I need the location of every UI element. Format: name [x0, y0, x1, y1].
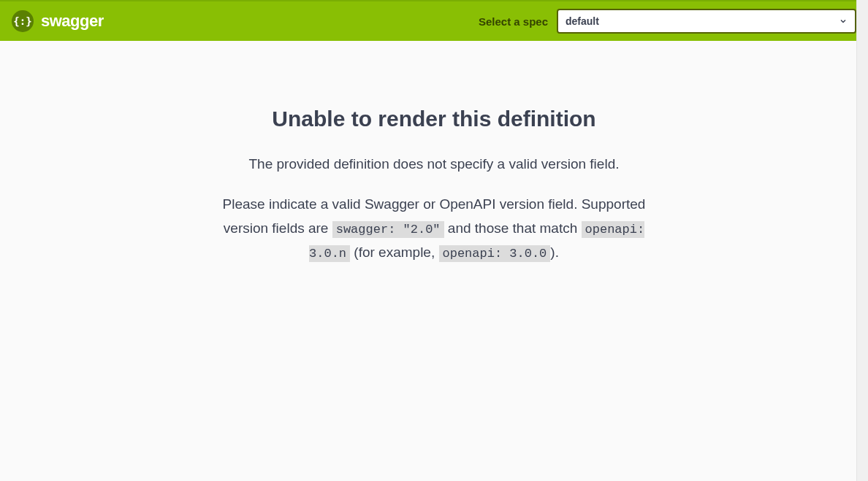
error-text-part3: (for example, [350, 245, 438, 260]
error-description-1: The provided definition does not specify… [98, 153, 770, 175]
code-openapi-example: openapi: 3.0.0 [439, 245, 551, 262]
error-text-part2: and those that match [444, 220, 582, 236]
spec-selector-label: Select a spec [479, 15, 548, 28]
topbar: {:} swagger Select a spec default [0, 0, 868, 41]
spec-select[interactable]: default [557, 9, 856, 34]
logo[interactable]: {:} swagger [12, 10, 104, 32]
error-heading: Unable to render this definition [98, 107, 770, 131]
scrollbar-track[interactable] [856, 0, 868, 481]
main-content: Unable to render this definition The pro… [83, 41, 785, 279]
brand-text: swagger [41, 12, 104, 31]
spec-selector: Select a spec default [479, 9, 856, 34]
error-description-2: Please indicate a valid Swagger or OpenA… [200, 193, 668, 264]
error-text-part4: ). [550, 245, 559, 260]
spec-select-wrap: default [557, 9, 856, 34]
swagger-logo-icon: {:} [12, 10, 34, 32]
code-swagger-version: swagger: "2.0" [332, 221, 444, 238]
topbar-inner: {:} swagger Select a spec default [12, 9, 856, 34]
